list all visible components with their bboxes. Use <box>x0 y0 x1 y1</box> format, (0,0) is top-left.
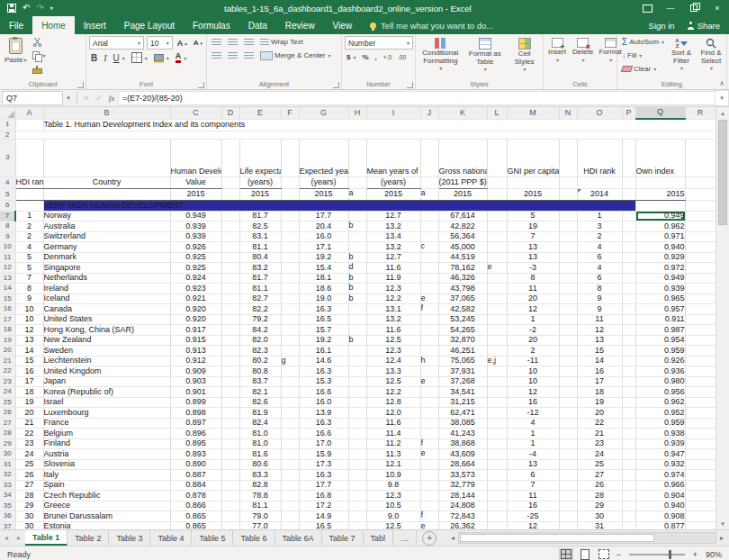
cell-F35[interactable] <box>281 501 299 511</box>
row-header-1[interactable]: 1 <box>0 119 15 131</box>
cell-O37[interactable]: 31 <box>577 521 622 529</box>
cell-G15[interactable]: 19.0 <box>299 294 348 304</box>
cell-E14[interactable]: 81.1 <box>239 284 281 294</box>
comma-style-button[interactable]: , <box>374 51 379 63</box>
sheet-tab-table-5[interactable]: Table 5 <box>192 530 233 546</box>
cell-Q3[interactable]: Own index <box>635 139 685 176</box>
cell-I5[interactable]: 2015 <box>366 188 420 200</box>
cell-B28[interactable]: Belgium <box>43 429 170 439</box>
qat-customize-icon[interactable]: ▾ <box>50 4 53 13</box>
enter-icon[interactable]: ✓ <box>93 94 105 103</box>
bold-button[interactable]: B <box>89 52 99 64</box>
cell-P30[interactable] <box>622 449 635 460</box>
cell-K20[interactable]: 46,251 <box>438 346 487 357</box>
cell-H11[interactable]: b <box>348 252 366 263</box>
table-title[interactable]: Table 1. Human Development Index and its… <box>43 119 716 131</box>
cell-G8[interactable]: 20.4 <box>299 221 348 232</box>
cell-G23[interactable]: 15.3 <box>299 376 348 387</box>
cell-I34[interactable]: 12.3 <box>366 491 420 501</box>
cell-H33[interactable] <box>348 480 366 491</box>
cell-R3[interactable] <box>685 139 716 176</box>
cell-R20[interactable] <box>685 346 716 357</box>
cell-C10[interactable]: 0.926 <box>170 242 221 253</box>
cell-Q5[interactable]: 2015 <box>635 188 685 200</box>
cell-Q31[interactable]: 0.932 <box>635 459 685 470</box>
cell-J7[interactable] <box>420 211 438 221</box>
cell-C35[interactable]: 0.866 <box>170 501 221 511</box>
cell-F17[interactable] <box>281 314 299 325</box>
sheet-tab-…[interactable]: … <box>393 530 417 546</box>
sheet-tab-table-2[interactable]: Table 2 <box>68 530 109 546</box>
percent-style-button[interactable]: % <box>360 51 370 63</box>
cell-gap[interactable] <box>622 176 635 188</box>
cell-C21[interactable]: 0.912 <box>170 356 221 366</box>
cell-R12[interactable] <box>685 263 716 274</box>
cell-E34[interactable]: 78.8 <box>239 491 281 501</box>
cell-H12[interactable]: d <box>348 263 366 274</box>
cell-I27[interactable]: 11.6 <box>366 418 420 429</box>
cell-E25[interactable]: 82.6 <box>239 397 281 408</box>
cell-G32[interactable]: 16.3 <box>299 470 348 481</box>
cell-L23[interactable] <box>487 376 507 387</box>
cell-note[interactable] <box>559 188 577 200</box>
cell-P27[interactable] <box>622 418 635 429</box>
cell-D24[interactable] <box>221 387 239 398</box>
cell-I3[interactable]: Mean years of schooling <box>366 139 420 176</box>
cell-I36[interactable]: 9.0 <box>366 511 420 522</box>
cell-J15[interactable]: e <box>420 294 438 304</box>
cell-L27[interactable] <box>487 418 507 429</box>
cell-M34[interactable]: 11 <box>507 491 559 501</box>
cell-J31[interactable] <box>420 459 438 470</box>
align-center-button[interactable] <box>226 50 239 61</box>
cell-G7[interactable]: 17.7 <box>299 211 348 221</box>
cell-M37[interactable]: 12 <box>507 521 559 529</box>
row-header-21[interactable]: 21 <box>0 356 15 366</box>
row-header-12[interactable]: 12 <box>0 263 15 274</box>
cell-E8[interactable]: 82.5 <box>239 221 281 232</box>
cell-F8[interactable] <box>281 221 299 232</box>
cell-H31[interactable] <box>348 459 366 470</box>
cell-O11[interactable]: 6 <box>577 252 622 263</box>
cell-L22[interactable] <box>487 366 507 377</box>
cut-button[interactable] <box>31 36 47 48</box>
cell-A23[interactable]: 17 <box>15 376 43 387</box>
cell-M18[interactable]: -2 <box>507 325 559 336</box>
undo-icon[interactable]: ↶ <box>22 4 30 13</box>
borders-button[interactable]: ▾ <box>130 51 149 64</box>
cell-D32[interactable] <box>221 470 239 481</box>
cell-gap[interactable] <box>420 176 438 188</box>
cell-C30[interactable]: 0.893 <box>170 449 221 460</box>
cell-A16[interactable]: 10 <box>15 304 43 315</box>
cell-J18[interactable] <box>420 325 438 336</box>
cell-F14[interactable] <box>281 284 299 294</box>
cell-G37[interactable]: 16.5 <box>299 521 348 529</box>
section-band[interactable]: VERY HIGH HUMAN DEVELOPMENT <box>43 200 635 211</box>
cell-B10[interactable]: Germany <box>43 242 170 253</box>
cell-note[interactable] <box>221 188 239 200</box>
cell-Q37[interactable]: 0.877 <box>635 521 685 529</box>
column-header-P[interactable]: P <box>622 107 635 119</box>
cell-K36[interactable]: 72,843 <box>438 511 487 522</box>
cell-O15[interactable]: 9 <box>577 294 622 304</box>
cell-H32[interactable] <box>348 470 366 481</box>
cell-A30[interactable]: 24 <box>15 449 43 460</box>
cell-H15[interactable]: b <box>348 294 366 304</box>
ribbon-tab-home[interactable]: Home <box>32 16 75 34</box>
cell-H8[interactable]: b <box>348 221 366 232</box>
cell-E18[interactable]: 84.2 <box>239 325 281 336</box>
cell-M5[interactable]: 2015 <box>507 188 559 200</box>
cell-G26[interactable]: 13.9 <box>299 408 348 419</box>
cell-styles-button[interactable]: Cell Styles▾ <box>508 36 541 80</box>
cell-J16[interactable]: f <box>420 304 438 315</box>
sheet-tab-table-4[interactable]: Table 4 <box>150 530 192 546</box>
cell-F9[interactable] <box>281 231 299 242</box>
cell-P12[interactable] <box>622 263 635 274</box>
cell-L34[interactable] <box>487 491 507 501</box>
cell-E7[interactable]: 81.7 <box>239 211 281 221</box>
cell-B9[interactable]: Switzerland <box>43 231 170 242</box>
decrease-font-size-button[interactable]: A▾ <box>192 37 204 49</box>
font-color-button[interactable]: A▾ <box>174 51 189 64</box>
cell-F18[interactable] <box>281 325 299 336</box>
cell-C12[interactable]: 0.925 <box>170 263 221 274</box>
cell-B3[interactable] <box>43 139 170 176</box>
